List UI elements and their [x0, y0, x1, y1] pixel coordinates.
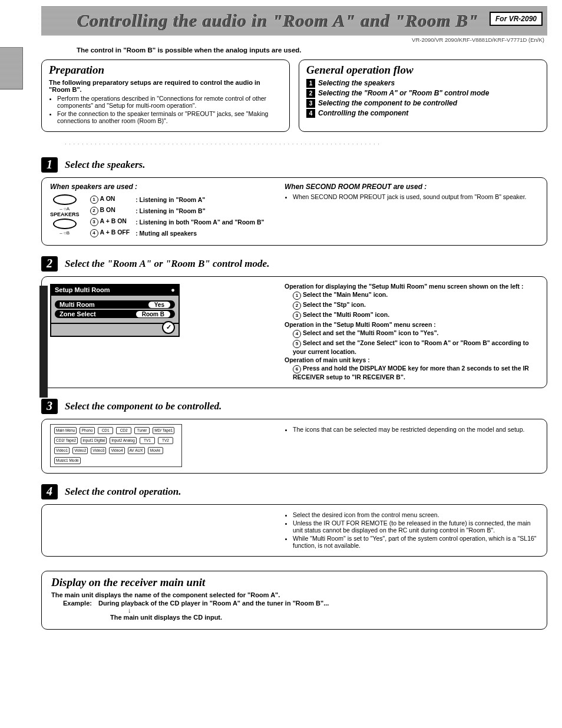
speaker-settings-table: 1A ON: Listening in "Room A" 2B ON: List… [87, 193, 268, 239]
remote-icon: Video4 [109, 447, 124, 454]
step-1-badge: 1 [41, 157, 58, 173]
title-band: Controlling the audio in "Room A" and "R… [41, 6, 547, 35]
remote-icon: Movie [148, 447, 163, 454]
intro-text: The control in "Room B" is possible when… [77, 47, 547, 54]
side-black-tab [39, 286, 48, 398]
op-main-label: Operation of main unit keys : [285, 356, 538, 363]
preparation-title: Preparation [49, 64, 282, 77]
flow-item-1: 1Selecting the speakers [306, 79, 540, 88]
step-4-title: Select the control operation. [65, 486, 181, 498]
display-line1: The main unit displays the name of the c… [51, 591, 537, 598]
step-2-title: Select the "Room A" or "Room B" control … [65, 258, 269, 270]
op4: 4Select and set the "Multi Room" icon to… [293, 329, 538, 338]
page-title: Controlling the audio in "Room A" and "R… [41, 11, 478, 31]
remote-icon: Video3 [91, 447, 106, 454]
preparation-lead: The following preparatory setups are req… [49, 79, 282, 93]
models-line: VR-2090/VR 2090/KRF-V8881D/KRF-V7771D (E… [41, 37, 544, 43]
remote-icon: CD1 [98, 427, 113, 434]
osd-row-zoneselect: Zone Select Room B [55, 310, 175, 318]
remote-icon-strip: Main MenuPhonoCD1CD2TunerMD/ Tape1CD2/ T… [50, 424, 182, 467]
display-example-label: Example: [63, 600, 92, 607]
step-2-panel: Setup Multi Room● Multi Room Yes Zone Se… [41, 276, 547, 388]
remote-icon: MD/ Tape1 [153, 427, 174, 434]
step4-b1: Select the desired icon from the control… [293, 511, 538, 518]
remote-icon: Input2 Analog [110, 437, 137, 444]
step-3-title: Select the component to be controlled. [65, 401, 222, 412]
remote-icon: TV1 [140, 437, 155, 444]
osd-screen: Setup Multi Room● Multi Room Yes Zone Se… [50, 284, 180, 337]
osd-row-multiroom: Multi Room Yes [55, 300, 175, 309]
remote-icon: Music1 Mode [54, 457, 81, 464]
step-1-title: Select the speakers. [65, 159, 145, 171]
remote-icon: CD2 [116, 427, 131, 434]
remote-icon: Video1 [54, 447, 70, 454]
step-3-panel: Main MenuPhonoCD1CD2TunerMD/ Tape1CD2/ T… [41, 419, 547, 474]
speakers-icon: – ○A SPEAKERS – ○B [50, 193, 80, 239]
flow-item-4: 4Controlling the component [306, 109, 540, 118]
remote-icon: CD2/ Tape2 [54, 437, 78, 444]
step1-left-sub: When speakers are used : [50, 183, 274, 191]
remote-icon: Input1 Digital [81, 437, 107, 444]
step-4-panel: Select the desired icon from the control… [41, 504, 547, 557]
display-line2: The main unit displays the CD input. [110, 614, 537, 621]
step4-b2: Unless the IR OUT FOR REMOTE (to be rele… [293, 519, 538, 534]
remote-icon: AV AUX [128, 447, 145, 454]
prep-bullet-1: Perform the operations described in "Con… [57, 95, 282, 109]
display-arrow-icon: ↓ [128, 607, 537, 614]
remote-icon: Tuner [134, 427, 150, 434]
remote-icon: TV2 [158, 437, 173, 444]
step-3-badge: 3 [41, 399, 58, 414]
step1-right-sub: When SECOND ROOM PREOUT are used : [285, 183, 538, 191]
step-4-badge: 4 [41, 484, 58, 499]
remote-icon: Video2 [72, 447, 88, 454]
flow-title: General operation flow [306, 64, 540, 77]
op6: 6Press and hold the DISPLAY MODE key for… [293, 365, 538, 380]
step-2-badge: 2 [41, 256, 58, 272]
op-in-label: Operation in the "Setup Multi Room" menu… [285, 321, 538, 328]
op-disp-label: Operation for displaying the "Setup Mult… [285, 283, 538, 290]
step1-right-text: When SECOND ROOM PREOUT jack is used, so… [293, 193, 538, 200]
step3-right-text: The icons that can be selected may be re… [293, 426, 538, 433]
step4-b3: While "Multi Room" is set to "Yes", part… [293, 535, 538, 549]
preparation-box: Preparation The following preparatory se… [41, 59, 290, 132]
remote-icon: Phono [80, 427, 95, 434]
flow-item-3: 3Selecting the component to be controlle… [306, 99, 540, 108]
page-tab-icon [0, 47, 23, 90]
step-1-panel: When speakers are used : – ○A SPEAKERS –… [41, 177, 547, 246]
faded-strip: · · · · · · · · · · · · · · · · · · · · … [65, 140, 547, 147]
op1: 1Select the "Main Menu" icon. [293, 291, 538, 300]
op2: 2Select the "Stp" icon. [293, 301, 538, 310]
check-icon: ✓ [162, 321, 175, 334]
for-model-badge: For VR-2090 [490, 12, 543, 26]
display-title: Display on the receiver main unit [51, 576, 537, 589]
flow-item-2: 2Selecting the "Room A" or "Room B" cont… [306, 89, 540, 98]
op3: 3Select the "Multi Room" icon. [293, 311, 538, 320]
op5: 5Select and set the "Zone Select" icon t… [293, 339, 538, 355]
display-box: Display on the receiver main unit The ma… [41, 571, 547, 630]
flow-box: General operation flow 1Selecting the sp… [299, 59, 547, 132]
prep-bullet-2: For the connection to the speaker termin… [57, 110, 282, 124]
display-example-text: During playback of the CD player in "Roo… [98, 600, 329, 607]
remote-icon: Main Menu [54, 427, 77, 434]
